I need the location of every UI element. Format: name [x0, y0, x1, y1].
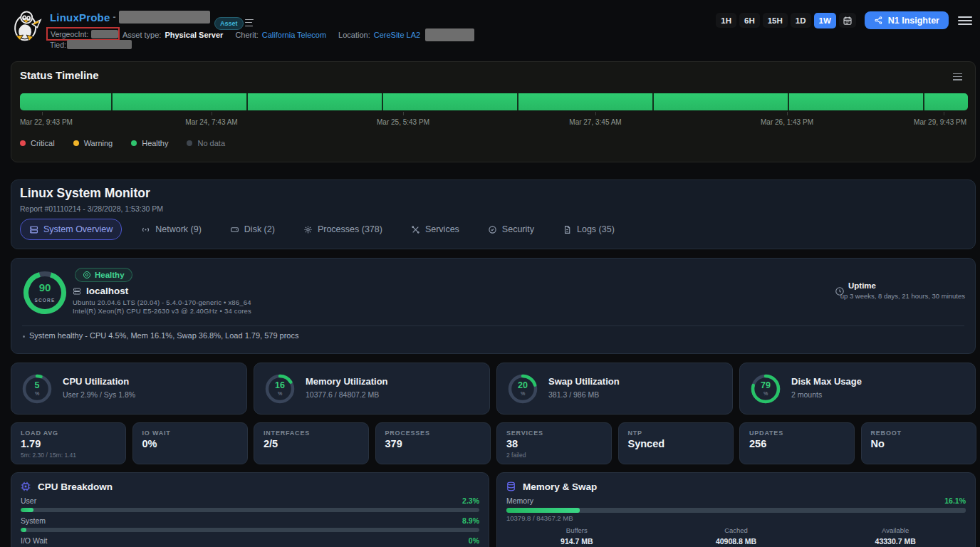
swap-gauge: 20 %: [507, 373, 538, 405]
location-link[interactable]: CereSite LA2: [374, 31, 420, 39]
health-overview-card: 90 SCORE Healthy localhost Ubuntu 20.04.…: [11, 258, 976, 354]
system-cpu-pct: 8.9%: [462, 516, 479, 525]
memory-pct: 16.1%: [944, 496, 966, 505]
buffers-column: Buffers 914.7 MB: [497, 526, 657, 546]
cpu-card-title: CPU Utilization: [63, 376, 129, 387]
disk-gauge-unit: %: [750, 391, 781, 396]
client-label: Cherit:: [235, 31, 258, 39]
tab-services[interactable]: Services: [402, 219, 469, 240]
memory-swap-card: Memory & Swap Memory 16.1% 10379.8 / 843…: [496, 472, 976, 547]
asset-type-value: Physical Server: [165, 31, 223, 39]
health-score-label: SCORE: [23, 298, 67, 303]
memory-card-title: Memory Utilization: [306, 376, 388, 387]
swap-card-title: Swap Utilization: [548, 376, 620, 387]
memory-gauge: 16 %: [264, 373, 296, 405]
client-link[interactable]: California Telecom: [262, 31, 326, 39]
n1-insighter-button[interactable]: N1 Insighter: [865, 11, 949, 29]
uptime-title: Uptime: [848, 281, 876, 290]
cached-value: 40908.8 MB: [657, 537, 816, 546]
shield-icon: [488, 225, 497, 234]
legend-nodata: No data: [187, 139, 225, 147]
swap-gauge-unit: %: [507, 391, 538, 396]
memory-amount: 10379.8 / 84367.2 MB: [506, 514, 573, 522]
cpu-breakdown-header: CPU Breakdown: [20, 481, 113, 492]
services-value: 38: [506, 438, 518, 449]
server-icon: [73, 287, 81, 296]
bullet-dot: [23, 335, 25, 338]
status-timeline-card: Status Timeline Mar 22, 9:43 PM Mar 24, …: [11, 61, 976, 162]
time-range-6h[interactable]: 6H: [739, 13, 760, 28]
brand-name: LinuxProbe: [50, 11, 110, 24]
legend-healthy: Healthy: [131, 139, 168, 147]
annotation-red-box: VergeocInt:: [46, 27, 120, 41]
disk-card-title: Disk Max Usage: [791, 376, 862, 387]
tab-processes[interactable]: Processes (378): [294, 219, 392, 240]
memory-utilization-card: 16 % Memory Utilization 10377.6 / 84807.…: [254, 363, 490, 415]
nodata-dot-icon: [187, 140, 192, 146]
status-badge: Healthy: [75, 268, 132, 282]
status-timeline-title: Status Timeline: [20, 69, 99, 81]
vergeoc-label: VergeocInt:: [51, 30, 88, 38]
timeline-legend: Critical Warning Healthy No data: [20, 139, 225, 147]
user-cpu-bar: [21, 508, 479, 512]
buffers-value: 914.7 MB: [497, 537, 657, 546]
time-range-1d[interactable]: 1D: [791, 13, 811, 28]
legend-warning: Warning: [73, 139, 113, 147]
database-icon: [506, 481, 516, 492]
tab-security[interactable]: Security: [479, 219, 543, 240]
cpu-gauge-value: 5: [21, 380, 53, 390]
report-subtitle: Report #01110214 - 3/28/2028, 1:53:30 PM: [20, 204, 163, 213]
stat-card-reboot: REBOOT No: [861, 422, 976, 464]
calendar-icon: [843, 16, 853, 26]
tab-disk[interactable]: Disk (2): [221, 219, 284, 240]
redacted-tied-value: [67, 40, 132, 49]
timeline-timestamp: Mar 27, 3:45 AM: [569, 118, 621, 126]
divider: [22, 325, 964, 326]
reboot-value: No: [871, 438, 885, 449]
memory-gauge-value: 16: [264, 380, 296, 390]
tools-icon: [411, 225, 420, 234]
menu-burger-button[interactable]: [958, 14, 972, 27]
redacted-vergeoc-value: [91, 30, 118, 38]
disk-gauge: 79 %: [750, 373, 781, 405]
time-range-1w[interactable]: 1W: [814, 13, 836, 28]
cpu-card-subtitle: User 2.9% / Sys 1.8%: [63, 390, 135, 399]
monitor-tabs: System Overview Network (9) Disk (2) Pro…: [20, 219, 624, 240]
processes-value: 379: [385, 438, 402, 449]
stat-card-processes: PROCESSES 379: [375, 422, 491, 464]
swap-gauge-value: 20: [507, 380, 538, 390]
stat-card-interfaces: INTERFACES 2/5: [254, 422, 369, 464]
stat-card-ntp: NTP Synced: [618, 422, 734, 464]
tab-system-overview[interactable]: System Overview: [20, 219, 122, 240]
system-summary-line: System healthy - CPU 4.5%, Mem 16.1%, Sw…: [29, 331, 298, 340]
tab-logs[interactable]: Logs (35): [553, 219, 624, 240]
hostname-row: localhost: [73, 286, 128, 296]
asset-meta-row: Asset type:Physical Server Cherit:Califo…: [123, 28, 474, 41]
time-range-15h[interactable]: 15H: [763, 13, 788, 28]
memory-gauge-unit: %: [264, 391, 296, 396]
calendar-button[interactable]: [839, 13, 856, 28]
cpu-model-line: Intel(R) Xeon(R) CPU E5-2630 v3 @ 2.40GH…: [73, 307, 251, 315]
iowait-value: 0%: [142, 438, 157, 449]
timeline-bar[interactable]: [20, 93, 968, 110]
time-range-1h[interactable]: 1H: [716, 13, 736, 28]
ntp-value: Synced: [628, 438, 665, 449]
timeline-timestamp: Mar 29, 9:43 PM: [914, 118, 966, 126]
available-value: 43330.7 MB: [815, 537, 975, 546]
tab-network[interactable]: Network (9): [132, 219, 211, 240]
stat-card-loadavg: LOAD AVG 1.79 5m: 2.30 / 15m: 1.41: [11, 422, 126, 464]
system-cpu-bar: [21, 528, 479, 532]
redacted-hostname: [119, 11, 210, 24]
share-network-icon: [874, 16, 883, 25]
healthy-dot-icon: [131, 140, 137, 146]
user-cpu-pct: 2.3%: [462, 496, 479, 505]
card-menu-icon[interactable]: [953, 71, 962, 82]
check-circle-icon: [83, 271, 91, 279]
system-monitor-card: Linux System Monitor Report #01110214 - …: [11, 179, 976, 249]
cpu-utilization-card: 5 % CPU Utilization User 2.9% / Sys 1.8%: [11, 363, 247, 415]
timeline-timestamp: Mar 24, 7:43 AM: [185, 118, 237, 126]
uptime-value: up 3 weeks, 8 days, 21 hours, 30 minutes: [840, 292, 965, 300]
warning-dot-icon: [73, 140, 79, 146]
memory-columns: Buffers 914.7 MB Cached 40908.8 MB Avail…: [497, 526, 975, 546]
page-title: Linux System Monitor: [20, 186, 150, 201]
